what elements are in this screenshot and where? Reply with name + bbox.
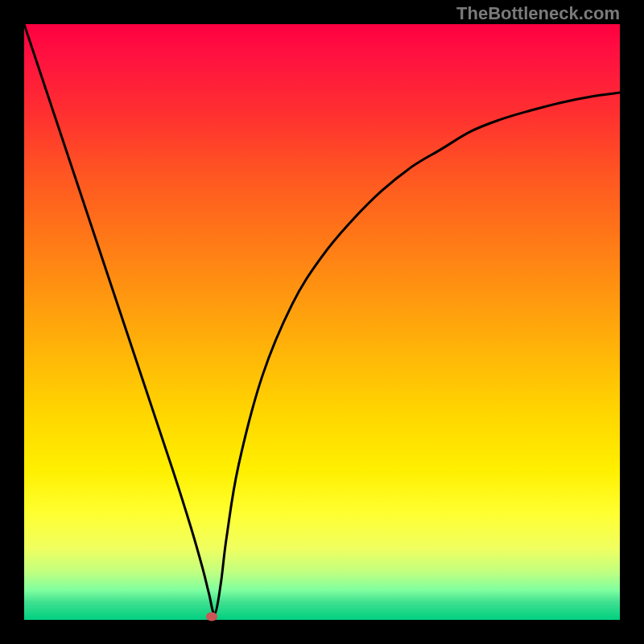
curve-svg — [24, 24, 620, 620]
watermark-text: TheBottleneck.com — [456, 3, 620, 24]
curve-path — [24, 24, 620, 614]
plot-area — [24, 24, 620, 620]
minimum-marker — [206, 613, 217, 621]
chart-container: TheBottleneck.com — [0, 0, 644, 644]
